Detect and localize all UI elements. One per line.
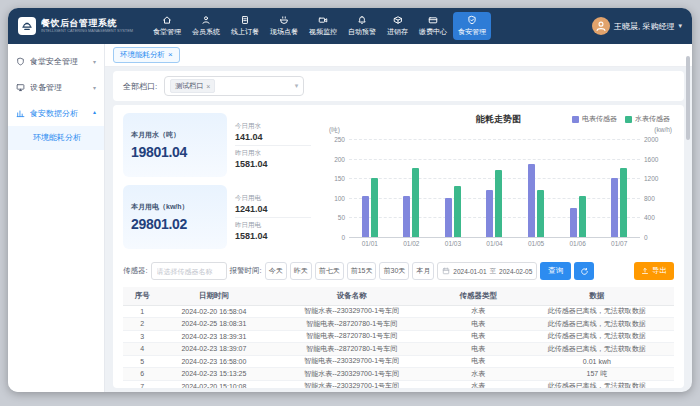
table-cell: 此传感器已离线，无法获取数据 xyxy=(520,380,674,388)
quick-range-1[interactable]: 今天 xyxy=(265,262,287,280)
nav-item-7[interactable]: 进销存 xyxy=(382,12,413,40)
nav-item-label: 视频监控 xyxy=(309,27,337,37)
onsite-order-icon xyxy=(279,15,289,25)
chart-plot: 050100150200250040080012001600200001/010… xyxy=(349,139,640,237)
yesterday-electric: 昨日用电 1581.04 xyxy=(235,218,311,244)
records-table: 序号日期时间设备名称传感器类型数据 12024-02-20 16:58:04智能… xyxy=(123,287,674,388)
x-axis-label: 01/05 xyxy=(515,240,557,247)
stat-mini-value: 1581.04 xyxy=(235,231,311,241)
bar xyxy=(412,168,419,237)
vertical-scrollbar[interactable] xyxy=(686,56,690,140)
table-cell: 0.01 kwh xyxy=(520,355,674,368)
bar xyxy=(454,186,461,237)
stats-panel: 本月用水（吨） 19801.04 今日用水 141.04 昨日用 xyxy=(123,113,311,253)
safety-icon xyxy=(16,57,25,66)
table-row[interactable]: 72024-02-20 15:10:08智能水表--230329700-1号车间… xyxy=(123,380,674,388)
table-cell: 电表 xyxy=(437,318,520,331)
left-axis-tick: 100 xyxy=(334,194,345,201)
overview-row: 本月用水（吨） 19801.04 今日用水 141.04 昨日用 xyxy=(123,113,674,253)
sidebar-subitem[interactable]: 环境能耗分析 xyxy=(8,126,104,150)
tag-close-icon[interactable]: × xyxy=(206,83,210,90)
user-menu[interactable]: 王晓晨, 采购经理 ▾ xyxy=(592,17,682,35)
table-row[interactable]: 62024-02-23 15:13:25智能水表--230329700-1号车间… xyxy=(123,368,674,381)
export-button[interactable]: 导出 xyxy=(634,262,674,280)
nav-item-9[interactable]: 食安管理 xyxy=(453,12,491,40)
table-cell: 6 xyxy=(123,368,162,381)
nav-item-label: 食堂管理 xyxy=(153,27,181,37)
legend-label: 电表传感器 xyxy=(582,114,617,124)
nav-item-label: 食安管理 xyxy=(458,27,486,37)
stat-mini-label: 昨日用水 xyxy=(235,149,311,158)
quick-range-2[interactable]: 昨天 xyxy=(290,262,312,280)
stat-mini-value: 141.04 xyxy=(235,132,311,142)
table-row[interactable]: 52024-02-23 16:58:00智能电表--230329700-1号车间… xyxy=(123,355,674,368)
sensor-select-input[interactable] xyxy=(151,262,227,280)
left-axis-tick: 0 xyxy=(341,234,345,241)
table-row[interactable]: 22024-02-25 18:08:31智能电表--28720780-1号车间电… xyxy=(123,318,674,331)
table-row[interactable]: 42024-02-23 18:39:07智能电表--28720780-1号车间电… xyxy=(123,343,674,356)
nav-item-1[interactable]: 食堂管理 xyxy=(148,12,186,40)
nav-item-8[interactable]: 缴费中心 xyxy=(414,12,452,40)
legend-label: 水表传感器 xyxy=(635,114,670,124)
stat-mini-value: 1241.04 xyxy=(235,204,311,214)
table-cell: 2024-02-25 18:08:31 xyxy=(162,318,267,331)
chart-legend: 电表传感器水表传感器 xyxy=(572,114,670,124)
table-cell: 157 吨 xyxy=(520,368,674,381)
nav-item-6[interactable]: 自动预警 xyxy=(343,12,381,40)
chevron-down-icon: ▾ xyxy=(93,84,96,91)
date-separator: 至 xyxy=(490,267,497,276)
stat-value: 19801.04 xyxy=(131,144,219,160)
user-name: 王晓晨, 采购经理 xyxy=(614,21,674,32)
legend-swatch xyxy=(572,116,579,123)
nav-item-label: 会员系统 xyxy=(192,27,220,37)
export-label: 导出 xyxy=(652,266,667,276)
chart-category-slot: 01/04 xyxy=(474,139,516,237)
today-water: 今日用水 141.04 xyxy=(235,119,311,145)
close-icon[interactable]: × xyxy=(168,51,173,59)
right-axis-unit: (kw/h) xyxy=(654,126,672,133)
stall-select[interactable]: 测试档口 × ▾ xyxy=(164,76,304,96)
sidebar-item-label: 食堂安全管理 xyxy=(30,56,88,67)
stat-title: 本月用水（吨） xyxy=(131,130,219,140)
chevron-down-icon: ▾ xyxy=(93,110,96,117)
quick-range-5[interactable]: 前30天 xyxy=(379,262,409,280)
bar xyxy=(620,168,627,237)
table-cell: 2 xyxy=(123,318,162,331)
water-stat-box: 本月用水（吨） 19801.04 xyxy=(123,113,227,177)
yesterday-water: 昨日用水 1581.04 xyxy=(235,146,311,172)
column-header: 设备名称 xyxy=(266,287,437,305)
gridline xyxy=(349,237,640,238)
quick-range-4[interactable]: 前15天 xyxy=(347,262,377,280)
table-cell: 智能电表--28720780-1号车间 xyxy=(266,318,437,331)
search-button[interactable]: 查询 xyxy=(540,262,571,280)
brand: 餐饮后台管理系统 INTELLIGENT CATERING MANAGEMENT… xyxy=(18,17,146,35)
table-cell: 此传感器已离线，无法获取数据 xyxy=(520,305,674,318)
table-row[interactable]: 32024-02-23 18:39:31智能电表--28720780-1号车间电… xyxy=(123,330,674,343)
avatar xyxy=(592,17,610,35)
sidebar-item-3[interactable]: 食安数据分析▾ xyxy=(8,100,104,126)
nav-item-3[interactable]: 线上订餐 xyxy=(226,12,264,40)
x-axis-label: 01/03 xyxy=(432,240,474,247)
nav-item-5[interactable]: 视频监控 xyxy=(304,12,342,40)
stat-mini-label: 今日用水 xyxy=(235,122,311,131)
member-icon xyxy=(201,15,211,25)
sidebar-item-2[interactable]: 设备管理▾ xyxy=(8,74,104,100)
legend-item[interactable]: 电表传感器 xyxy=(572,114,617,124)
left-axis-tick: 200 xyxy=(334,155,345,162)
main-content: 环境能耗分析 × 全部档口: 测试档口 × ▾ xyxy=(105,44,692,392)
date-range-picker[interactable]: 2024-01-01 至 2024-02-05 xyxy=(437,262,537,280)
refresh-button[interactable] xyxy=(574,262,594,280)
tab-chip-env-energy[interactable]: 环境能耗分析 × xyxy=(113,47,180,63)
quick-range-3[interactable]: 前七天 xyxy=(315,262,344,280)
chevron-down-icon: ▾ xyxy=(93,58,96,65)
stat-value: 29801.02 xyxy=(131,216,219,232)
sidebar-item-1[interactable]: 食堂安全管理▾ xyxy=(8,48,104,74)
legend-item[interactable]: 水表传感器 xyxy=(625,114,670,124)
table-cell: 3 xyxy=(123,330,162,343)
bar xyxy=(371,178,378,237)
nav-item-2[interactable]: 会员系统 xyxy=(187,12,225,40)
quick-range-6[interactable]: 本月 xyxy=(412,262,434,280)
table-row[interactable]: 12024-02-20 16:58:04智能水表--230329700-1号车间… xyxy=(123,305,674,318)
nav-item-4[interactable]: 现场点餐 xyxy=(265,12,303,40)
column-header: 序号 xyxy=(123,287,162,305)
